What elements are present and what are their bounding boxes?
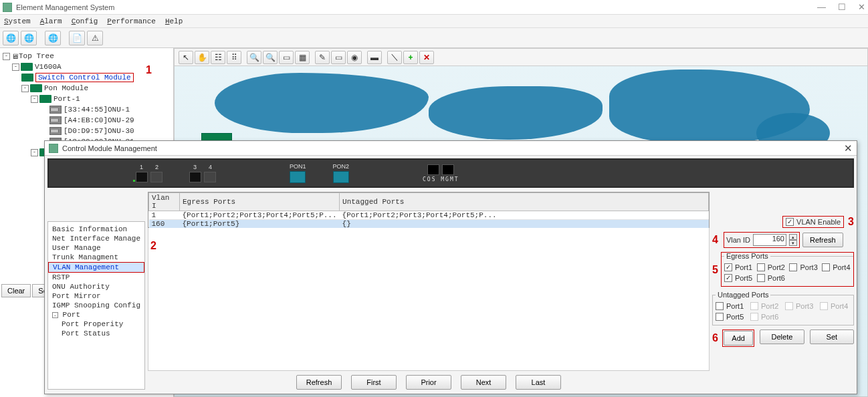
grid-icon[interactable]: ▦ (295, 51, 310, 64)
col-egress[interactable]: Egress Ports (180, 193, 340, 211)
tool-globe-icon[interactable]: 🌐 (21, 31, 37, 45)
port-4-icon[interactable] (204, 172, 216, 182)
col-untag[interactable]: Untagged Ports (340, 193, 709, 211)
port-1-icon[interactable] (136, 172, 148, 182)
titlebar: Element Management System — ☐ ✕ (0, 0, 868, 15)
fit-icon[interactable]: ▭ (279, 51, 294, 64)
tree-root[interactable]: -🖥 Top Tree (3, 51, 171, 61)
tree-onu30[interactable]: [D0:D9:57]ONU-30 (3, 126, 171, 136)
port-group-3-4: 34 (189, 164, 216, 182)
draw2-icon[interactable]: ▭ (331, 51, 346, 64)
table-nav: Refresh First Prior Next Last (148, 371, 710, 390)
draw1-icon[interactable]: ✎ (315, 51, 330, 64)
callout-4: 4 (712, 234, 718, 246)
set-cfg-button[interactable]: Set (810, 329, 854, 344)
egress-port6[interactable]: Port6 (757, 274, 786, 282)
mgmt-port-icon[interactable] (442, 164, 454, 175)
zoom-out-icon[interactable]: 🔍 (263, 51, 278, 64)
vlan-table[interactable]: Vlan I Egress Ports Untagged Ports 1 {Po… (148, 192, 710, 228)
pon2-icon[interactable] (333, 171, 349, 183)
tool-globe2-icon[interactable]: 🌐 (45, 31, 61, 45)
menu-vlan[interactable]: VLAN Management (48, 262, 144, 273)
menu-igmp[interactable]: IGMP Snooping Config (48, 301, 144, 310)
modal-title-text: Control Module Management (62, 144, 157, 152)
untagged-ports-fieldset: Untagged Ports Port1 Port2 Port3 Port4 P… (712, 291, 854, 325)
menu-port-status[interactable]: Port Status (48, 329, 144, 338)
group-icon[interactable]: ⠿ (227, 51, 241, 64)
tree-port1[interactable]: -Port-1 (3, 94, 171, 104)
line-icon[interactable]: ＼ (387, 51, 402, 64)
col-vlan-id[interactable]: Vlan I (149, 193, 180, 211)
untag-port1[interactable]: Port1 (716, 302, 746, 310)
device-strip: 12 34 PON1 PON2 COS MGMT (47, 158, 854, 188)
egress-port4[interactable]: Port4 (822, 263, 851, 271)
menu-system[interactable]: System (4, 17, 31, 25)
minimize-button[interactable]: — (817, 2, 826, 12)
pon1-group: PON1 (290, 163, 306, 183)
egress-legend: Egress Ports (724, 252, 770, 260)
cos-port-icon[interactable] (427, 164, 439, 175)
egress-port5[interactable]: Port5 (724, 274, 753, 282)
menu-config[interactable]: Config (72, 17, 98, 25)
untag-port3: Port3 (785, 302, 816, 310)
vlan-enable-checkbox[interactable] (786, 218, 794, 226)
last-button[interactable]: Last (516, 375, 561, 390)
menu-trunk[interactable]: Trunk Managment (48, 253, 144, 262)
tree2-icon[interactable]: ☷ (211, 51, 225, 64)
untag-port6: Port6 (750, 313, 781, 321)
menu-port-prop[interactable]: Port Properity (48, 319, 144, 329)
menu-mirror[interactable]: Port Mirror (48, 291, 144, 301)
menu-user[interactable]: User Manage (48, 243, 144, 253)
table-row[interactable]: 1 {Port1;Port2;Port3;Port4;Port5;P... {P… (149, 211, 709, 220)
untag-port5[interactable]: Port5 (716, 313, 746, 321)
prior-button[interactable]: Prior (406, 375, 451, 390)
zoom-in-icon[interactable]: 🔍 (247, 51, 261, 64)
add-icon[interactable]: + (403, 51, 418, 64)
egress-port3[interactable]: Port3 (789, 263, 818, 271)
pon1-icon[interactable] (290, 171, 306, 183)
next-button[interactable]: Next (461, 375, 506, 390)
tree-onu1[interactable]: [33:44:55]ONU-1 (3, 104, 171, 115)
close-button[interactable]: ✕ (858, 2, 865, 12)
main-toolbar: 🌐 🌐 🌐 📄 ⚠ (0, 28, 868, 48)
menubar: System Alarm Config Performance Help (0, 15, 868, 28)
menu-performance[interactable]: Performance (107, 17, 156, 25)
vlan-id-spinner[interactable]: ▴▾ (789, 234, 797, 246)
menu-rstp[interactable]: RSTP (48, 273, 144, 282)
menu-port-group[interactable]: - Port (48, 310, 144, 319)
tool-doc-icon[interactable]: 📄 (69, 31, 85, 45)
vlan-id-input[interactable]: 160 (753, 234, 786, 246)
port-2-icon[interactable] (150, 172, 162, 182)
menu-alarm[interactable]: Alarm (40, 17, 62, 25)
vlan-config-panel: VLAN Enable 3 4 Vlan ID 160 ▴▾ Refresh 5… (712, 192, 854, 390)
tool-warn-icon[interactable]: ⚠ (87, 31, 103, 45)
tree-pon-module[interactable]: -Pon Module (3, 83, 171, 94)
menu-basic-info[interactable]: Basic Information (48, 225, 144, 234)
untag-port2: Port2 (750, 302, 781, 310)
device-icon[interactable]: ▬ (367, 51, 382, 64)
add-button[interactable]: Add (724, 331, 753, 346)
modal-close-button[interactable]: ✕ (844, 142, 853, 154)
first-button[interactable]: First (351, 375, 397, 390)
tree-onu29[interactable]: [A4:EB:C0]ONU-29 (3, 115, 171, 126)
vlan-enable-label: VLAN Enable (796, 218, 841, 226)
egress-port2[interactable]: Port2 (757, 263, 786, 271)
tool-globe-plus-icon[interactable]: 🌐 (3, 31, 19, 45)
egress-port1[interactable]: Port1 (724, 263, 753, 271)
delete-icon[interactable]: ✕ (419, 51, 434, 64)
menu-netif[interactable]: Net Interface Manage (48, 234, 144, 243)
draw3-icon[interactable]: ◉ (347, 51, 362, 64)
hand-icon[interactable]: ✋ (195, 51, 209, 64)
maximize-button[interactable]: ☐ (838, 2, 846, 12)
port-3-icon[interactable] (189, 172, 201, 182)
menu-help[interactable]: Help (165, 17, 183, 25)
delete-button[interactable]: Delete (760, 329, 804, 344)
refresh-cfg-button[interactable]: Refresh (802, 233, 843, 247)
table-row[interactable]: 160 {Port1;Port5} {} (149, 220, 709, 229)
window-title: Element Management System (16, 3, 114, 11)
callout-6: 6 (712, 332, 718, 344)
menu-onuauth[interactable]: ONU Authority (48, 282, 144, 291)
cursor-icon[interactable]: ↖ (179, 51, 193, 64)
refresh-button[interactable]: Refresh (296, 375, 342, 390)
clear-button[interactable]: Clear (1, 284, 31, 297)
